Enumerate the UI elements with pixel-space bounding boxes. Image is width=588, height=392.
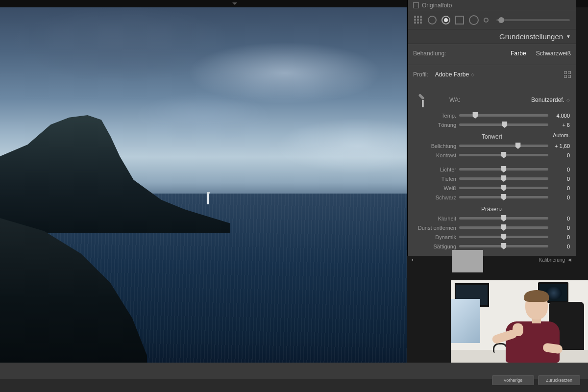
- slider-whites[interactable]: Weiß 0: [408, 183, 576, 193]
- basic-panel-header[interactable]: Grundeinstellungen ▼: [408, 29, 576, 44]
- presence-group-title: Präsenz: [408, 202, 576, 214]
- collapse-icon[interactable]: ▼: [566, 34, 571, 39]
- slider-vibrance[interactable]: Dynamik 0: [408, 232, 576, 242]
- panel-switch-icon[interactable]: •: [412, 257, 414, 263]
- auto-tone-button[interactable]: Autom.: [553, 132, 570, 138]
- radial-filter-icon[interactable]: [469, 15, 479, 25]
- slider-tint[interactable]: Tönung + 6: [408, 120, 576, 129]
- redeye-tool-icon[interactable]: [441, 16, 450, 24]
- webcam-monitor: [451, 299, 480, 343]
- develop-panel: Originalfoto Grundeinstellungen ▼ Behand…: [408, 0, 576, 256]
- slider-dehaze[interactable]: Dunst entfernen 0: [408, 223, 576, 232]
- calibration-panel-header[interactable]: • Kalibrierung ◀: [408, 255, 576, 265]
- treatment-bw[interactable]: Schwarzweiß: [536, 50, 571, 57]
- calibration-collapse-icon[interactable]: ◀: [568, 257, 571, 262]
- originalfoto-label: Originalfoto: [422, 2, 452, 9]
- profile-browser-icon[interactable]: [564, 71, 571, 78]
- bottom-bar: Vorherige Zurücksetzen: [0, 363, 588, 392]
- profile-label: Profil:: [413, 71, 428, 78]
- profile-value[interactable]: Adobe Farbe: [435, 71, 469, 78]
- basic-panel-title: Grundeinstellungen: [499, 32, 563, 41]
- brush-size-slider[interactable]: [496, 19, 570, 21]
- slider-contrast[interactable]: Kontrast 0: [408, 150, 576, 160]
- originalfoto-toggle[interactable]: Originalfoto: [408, 0, 576, 11]
- svg-rect-0: [418, 94, 424, 100]
- slider-exposure[interactable]: Belichtung + 1,60: [408, 141, 576, 150]
- slider-clarity[interactable]: Klarheit 0: [408, 214, 576, 223]
- graduated-filter-icon[interactable]: [455, 16, 464, 24]
- checkbox-icon[interactable]: [413, 2, 419, 8]
- wb-value[interactable]: Benutzerdef.: [531, 97, 564, 103]
- slider-blacks[interactable]: Schwarz 0: [408, 193, 576, 202]
- calibration-label: Kalibrierung: [539, 257, 565, 263]
- local-adjust-toolstrip: [408, 11, 576, 29]
- reset-button[interactable]: Zurücksetzen: [538, 375, 580, 385]
- tone-group-title: Tonwert Autom.: [408, 129, 576, 141]
- spot-removal-icon[interactable]: [428, 16, 437, 24]
- webcam-presenter: [496, 289, 564, 363]
- previous-button[interactable]: Vorherige: [492, 375, 534, 385]
- slider-shadows[interactable]: Tiefen 0: [408, 174, 576, 183]
- slider-temp[interactable]: Temp. 4.000: [408, 111, 576, 120]
- eyedropper-icon[interactable]: [411, 89, 433, 111]
- brush-size-icon: [484, 18, 489, 23]
- navigator-thumbnail[interactable]: [452, 250, 483, 272]
- preview-lighthouse: [207, 194, 209, 204]
- wb-dropdown-icon[interactable]: ◇: [566, 98, 570, 102]
- preview-cliff: [0, 115, 230, 233]
- profile-dropdown-icon[interactable]: ◇: [471, 72, 474, 77]
- wb-label: WA:: [449, 97, 460, 103]
- photo-preview[interactable]: [0, 7, 407, 372]
- crop-tool-icon[interactable]: [414, 16, 423, 24]
- treatment-color[interactable]: Farbe: [511, 50, 526, 57]
- slider-saturation[interactable]: Sättigung 0: [408, 242, 576, 251]
- treatment-label: Behandlung:: [413, 50, 446, 57]
- presenter-webcam-overlay: [451, 280, 588, 363]
- slider-highlights[interactable]: Lichter 0: [408, 165, 576, 174]
